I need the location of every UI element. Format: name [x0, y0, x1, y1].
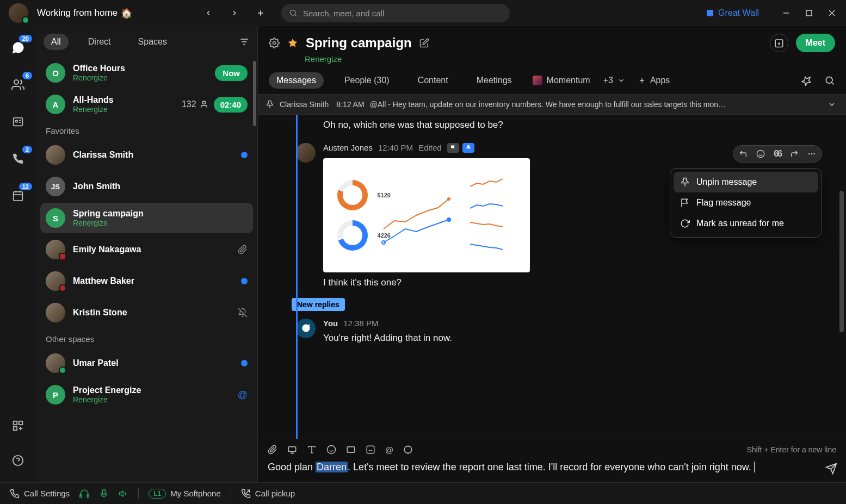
emoji-button[interactable] [326, 445, 336, 455]
minimize-button[interactable] [781, 8, 792, 18]
tab-all[interactable]: All [44, 34, 69, 50]
attach-button[interactable] [268, 445, 277, 455]
user-avatar [46, 240, 65, 259]
sidebar-item-all-hands[interactable]: A All-Hands Renergize 132 02:40 [40, 89, 253, 120]
sidebar-item-spring-campaign[interactable]: S Spring campaign Renergize [40, 203, 253, 233]
space-title: Project Energize [73, 385, 230, 395]
rail-apps[interactable] [7, 415, 29, 437]
flag-icon[interactable] [447, 143, 459, 153]
space-org: Renergize [73, 219, 248, 227]
mention-button[interactable]: @ [385, 445, 393, 455]
more-actions-button[interactable] [807, 149, 816, 159]
chat-icon [300, 323, 311, 334]
softphone-selector[interactable]: L1 My Softphone [149, 489, 221, 499]
back-button[interactable] [201, 5, 216, 21]
sidebar-item-project-energize[interactable]: P Project Energize Renergize @ [40, 379, 253, 410]
tenant-icon [705, 8, 715, 18]
pin-icon[interactable] [801, 75, 812, 86]
screen-capture-button[interactable] [287, 445, 297, 455]
close-button[interactable] [826, 8, 837, 18]
tab-content[interactable]: Content [410, 72, 456, 89]
gear-icon[interactable] [269, 38, 280, 48]
unread-indicator [241, 360, 248, 366]
sidebar-item-clarissa[interactable]: Clarissa Smith [40, 140, 253, 170]
pinned-banner[interactable]: Clarissa Smith 8:12 AM @All - Hey team, … [258, 95, 846, 115]
sidebar-item-emily[interactable]: Emily Nakagawa [40, 234, 253, 265]
composer-input[interactable]: Good plan Darren. Let's meet to review t… [268, 460, 836, 475]
status-text[interactable]: Working from home 🏠 [37, 8, 132, 19]
schedule-button[interactable] [770, 34, 788, 52]
message-attachment-image[interactable]: 5120 4226 [323, 158, 530, 272]
tab-messages[interactable]: Messages [269, 72, 324, 89]
maximize-button[interactable] [804, 8, 814, 18]
audio-icon[interactable] [79, 489, 89, 499]
search-in-space-icon[interactable] [824, 75, 835, 86]
pinned-text: @All - Hey team, update on our inventory… [370, 100, 822, 109]
rail-contacts[interactable] [7, 111, 29, 133]
mic-icon[interactable] [99, 489, 109, 499]
pinned-icon[interactable] [462, 143, 474, 153]
bitmoji-button[interactable] [403, 445, 413, 455]
reply-button[interactable] [739, 149, 748, 159]
sticker-button[interactable] [366, 445, 375, 455]
speaker-icon[interactable] [119, 489, 128, 499]
sidebar-item-kristin[interactable]: Kristin Stone [40, 297, 253, 328]
gif-button[interactable] [346, 445, 356, 455]
message-avatar[interactable] [296, 143, 316, 163]
search-icon [289, 9, 298, 17]
tab-meetings[interactable]: Meetings [469, 72, 520, 89]
search-input[interactable]: Search, meet, and call [281, 4, 510, 22]
tenant-switcher[interactable]: Great Wall [705, 8, 759, 18]
sidebar-item-john[interactable]: JS John Smith [40, 171, 253, 202]
tab-add-apps[interactable]: Apps [638, 76, 670, 85]
tab-momentum[interactable]: Momentum [533, 76, 590, 85]
svg-rect-48 [288, 447, 296, 452]
sidebar-item-umar[interactable]: Umar Patel [40, 348, 253, 378]
svg-point-11 [15, 120, 17, 122]
sidebar-tabs: All Direct Spaces [36, 26, 257, 57]
unpin-icon [680, 177, 690, 187]
self-avatar[interactable] [9, 3, 28, 23]
send-button[interactable] [825, 463, 837, 475]
message[interactable]: You 12:38 PM You're right! Adding that i… [296, 313, 830, 351]
external-icon: @ [238, 389, 248, 401]
tab-people[interactable]: People (30) [337, 72, 397, 89]
search-placeholder: Search, meet, and call [303, 9, 384, 18]
help-icon [12, 455, 24, 466]
space-org: Renergize [73, 73, 207, 82]
star-icon[interactable] [287, 38, 298, 48]
timer-pill[interactable]: 02:40 [214, 97, 248, 113]
rail-messaging[interactable]: 20 [7, 37, 29, 59]
tab-direct[interactable]: Direct [81, 34, 119, 50]
call-pickup-button[interactable]: Call pickup [241, 489, 295, 499]
meet-button[interactable]: Meet [796, 34, 835, 52]
rail-meetings[interactable]: 12 [7, 185, 29, 207]
edit-icon[interactable] [419, 38, 429, 48]
tab-more-apps[interactable]: +3 [603, 76, 625, 85]
chat-pane: Spring campaign Meet Renergize Messages … [258, 26, 846, 482]
rail-calling[interactable]: 2 [7, 148, 29, 170]
messages-scrollbar[interactable] [839, 191, 844, 332]
react-button[interactable] [756, 149, 765, 159]
add-button[interactable] [253, 5, 268, 21]
svg-line-27 [238, 308, 248, 318]
quote-button[interactable]: 66 [774, 149, 781, 159]
tab-spaces[interactable]: Spaces [131, 34, 175, 50]
chevron-down-icon[interactable] [828, 100, 836, 109]
rail-help[interactable] [7, 450, 29, 471]
forward-button[interactable] [790, 149, 799, 159]
sidebar-item-office-hours[interactable]: O Office Hours Renergize Now [40, 58, 253, 88]
message[interactable]: Oh no, which one was that supposed to be… [296, 115, 830, 138]
sidebar-scrollbar[interactable] [253, 61, 256, 126]
rail-teams[interactable]: 6 [7, 74, 29, 96]
ctx-unread[interactable]: Mark as unread for me [674, 213, 818, 234]
format-button[interactable] [307, 445, 317, 455]
forward-button[interactable] [227, 5, 242, 21]
message-avatar[interactable] [296, 319, 316, 338]
ctx-flag[interactable]: Flag message [674, 192, 818, 213]
sidebar-item-matthew[interactable]: Matthew Baker [40, 266, 253, 296]
ctx-unpin[interactable]: Unpin message [674, 172, 818, 192]
call-settings-button[interactable]: Call Settings [10, 489, 70, 499]
filter-button[interactable] [239, 36, 250, 47]
now-pill[interactable]: Now [215, 65, 248, 81]
